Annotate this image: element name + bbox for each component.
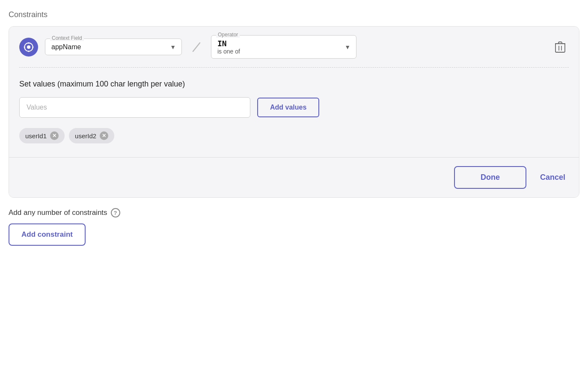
context-field-label: Context Field bbox=[50, 35, 84, 41]
svg-point-1 bbox=[27, 45, 30, 48]
operator-display[interactable]: IN is one of bbox=[211, 35, 356, 59]
tag-userid1-label: userId1 bbox=[25, 132, 47, 140]
svg-rect-7 bbox=[555, 44, 565, 52]
page-title: Constraints bbox=[9, 10, 579, 19]
constraint-header: Context Field appName ▼ Operator IN is o… bbox=[9, 27, 579, 67]
operator-label: Operator bbox=[216, 32, 240, 38]
svg-point-2 bbox=[28, 42, 29, 43]
tag-userid2: userId2 ✕ bbox=[69, 128, 114, 143]
context-field-group: Context Field appName ▼ bbox=[45, 39, 182, 55]
tag-userid2-remove[interactable]: ✕ bbox=[100, 131, 108, 140]
tag-userid2-label: userId2 bbox=[75, 132, 96, 140]
constraint-card: Context Field appName ▼ Operator IN is o… bbox=[9, 26, 579, 198]
delete-constraint-button[interactable] bbox=[552, 38, 569, 57]
operator-main-label: IN bbox=[217, 39, 337, 48]
tags-row: userId1 ✕ userId2 ✕ bbox=[19, 128, 569, 143]
done-button[interactable]: Done bbox=[454, 166, 526, 189]
footer-hint-text: Add any number of constraints bbox=[9, 208, 107, 217]
values-input[interactable] bbox=[19, 97, 250, 118]
operator-sub-label: is one of bbox=[217, 48, 337, 55]
svg-point-3 bbox=[28, 51, 29, 52]
add-constraint-button[interactable]: Add constraint bbox=[9, 223, 86, 246]
operator-select-wrapper[interactable]: IN is one of ▼ bbox=[211, 35, 356, 59]
operator-group: Operator IN is one of ▼ bbox=[211, 35, 356, 59]
values-row: Add values bbox=[19, 97, 569, 118]
footer-hint-row: Add any number of constraints ? bbox=[9, 208, 579, 217]
svg-point-5 bbox=[32, 46, 33, 48]
tag-userid1-remove[interactable]: ✕ bbox=[50, 131, 59, 140]
tag-userid1: userId1 ✕ bbox=[19, 128, 65, 143]
set-values-label: Set values (maximum 100 char length per … bbox=[19, 80, 569, 89]
action-row: Done Cancel bbox=[9, 157, 579, 197]
constraint-body: Set values (maximum 100 char length per … bbox=[9, 68, 579, 157]
context-icon bbox=[19, 38, 38, 57]
footer: Add any number of constraints ? Add cons… bbox=[9, 208, 579, 246]
svg-line-6 bbox=[193, 43, 200, 51]
help-icon[interactable]: ? bbox=[111, 208, 120, 217]
svg-point-4 bbox=[24, 46, 25, 48]
trash-icon bbox=[555, 41, 565, 53]
slash-icon bbox=[189, 39, 204, 55]
add-values-button[interactable]: Add values bbox=[257, 98, 319, 117]
cancel-button[interactable]: Cancel bbox=[537, 167, 569, 188]
